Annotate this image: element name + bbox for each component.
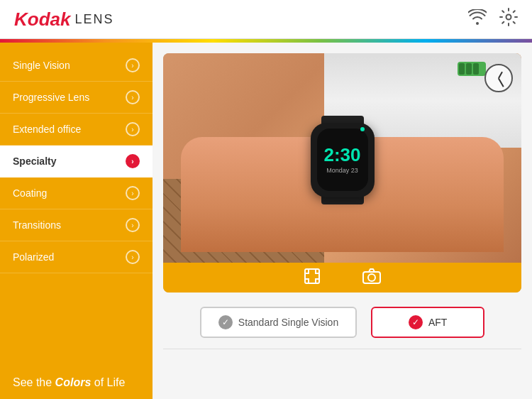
battery-cell-2 — [466, 63, 472, 75]
watch-time: 2:30 — [323, 146, 360, 164]
smartwatch: 2:30 Monday 23 — [307, 116, 378, 201]
arrow-icon-extended-office: › — [126, 122, 140, 136]
right-panel: 2:30 Monday 23 — [153, 43, 532, 399]
arrow-icon-coating: › — [126, 186, 140, 200]
sidebar-item-transitions[interactable]: Transitions › — [0, 209, 153, 241]
wifi-icon[interactable] — [468, 9, 487, 29]
footer-colors-text: Colors — [55, 376, 92, 388]
main-content: Single Vision › Progressive Lens › Exten… — [0, 43, 532, 399]
footer-life-text: of Life — [91, 376, 125, 388]
watch-date: Monday 23 — [326, 167, 358, 174]
clock-minute-hand — [498, 78, 504, 87]
check-standard: ✓ — [218, 315, 233, 329]
battery-indicator — [458, 62, 486, 76]
clock-display — [484, 64, 514, 94]
sidebar-item-extended-office[interactable]: Extended office › — [0, 114, 153, 146]
option-label-aft: AFT — [428, 317, 447, 328]
app-header: Kodak LENS — [0, 0, 532, 39]
kodak-logo-text: Kodak — [14, 9, 70, 31]
sidebar-label-progressive-lens: Progressive Lens — [13, 92, 89, 103]
app-logo: Kodak LENS — [14, 9, 114, 31]
option-standard-single-vision[interactable]: ✓ Standard Single Vision — [200, 307, 357, 338]
arrow-icon-progressive-lens: › — [126, 90, 140, 104]
svg-rect-1 — [305, 269, 319, 283]
settings-icon[interactable] — [499, 8, 518, 31]
arrow-icon-specialty: › — [126, 154, 140, 168]
expand-icon[interactable] — [304, 268, 320, 288]
sidebar-label-polarized: Polarized — [13, 251, 54, 263]
sidebar-label-coating: Coating — [13, 187, 47, 199]
watch-screen: 2:30 Monday 23 — [317, 129, 368, 191]
arrow-icon-single-vision: › — [126, 58, 140, 72]
sidebar-nav: Single Vision › Progressive Lens › Exten… — [0, 43, 153, 366]
lens-logo-text: LENS — [74, 12, 113, 27]
footer-see-text: See the — [13, 376, 55, 388]
sidebar-label-extended-office: Extended office — [13, 124, 81, 135]
sidebar-footer: See the Colors of Life — [0, 366, 153, 399]
sidebar-item-progressive-lens[interactable]: Progressive Lens › — [0, 82, 153, 114]
camera-icon[interactable] — [362, 268, 381, 288]
sidebar-item-specialty[interactable]: Specialty › — [0, 146, 153, 177]
sidebar-label-transitions: Transitions — [13, 219, 61, 231]
sidebar-item-polarized[interactable]: Polarized › — [0, 241, 153, 273]
battery-cell-1 — [459, 63, 465, 75]
camera-image: 2:30 Monday 23 — [163, 53, 521, 263]
battery-cell-3 — [473, 63, 479, 75]
sidebar-item-coating[interactable]: Coating › — [0, 177, 153, 209]
header-icons-group — [468, 8, 518, 31]
sidebar: Single Vision › Progressive Lens › Exten… — [0, 43, 153, 399]
sidebar-label-specialty: Specialty — [13, 155, 56, 167]
sidebar-label-single-vision: Single Vision — [13, 60, 70, 71]
viewport-toolbar — [163, 263, 521, 293]
arrow-icon-polarized: › — [126, 250, 140, 264]
sidebar-item-single-vision[interactable]: Single Vision › — [0, 50, 153, 82]
option-label-standard: Standard Single Vision — [238, 317, 338, 328]
arrow-icon-transitions: › — [126, 218, 140, 232]
check-aft: ✓ — [409, 315, 423, 329]
svg-point-3 — [368, 274, 375, 281]
option-aft[interactable]: ✓ AFT — [371, 307, 484, 338]
divider — [163, 349, 521, 349]
camera-viewport: 2:30 Monday 23 — [163, 53, 521, 293]
options-row: ✓ Standard Single Vision ✓ AFT — [163, 307, 521, 338]
watch-dot-icon — [360, 127, 365, 131]
watch-body: 2:30 Monday 23 — [311, 123, 375, 197]
clock-face — [484, 64, 513, 92]
svg-point-0 — [506, 15, 511, 20]
